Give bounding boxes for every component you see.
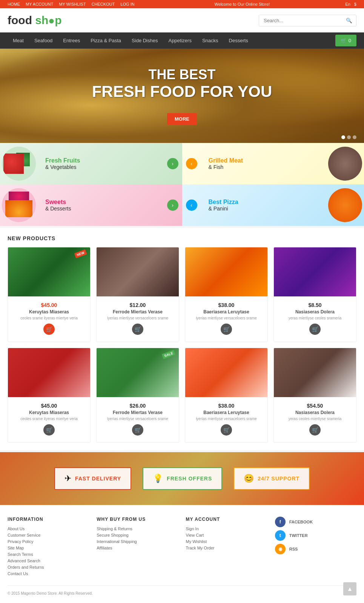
pizza-subtitle: & Panini [209,206,319,212]
nav-pizza-pasta[interactable]: Pizza & Pasta [85,32,126,49]
add-to-cart-button[interactable]: 🛒 [309,424,321,436]
footer-link-affiliates[interactable]: Affiliates [97,546,178,550]
fruits-arrow[interactable]: › [167,158,178,169]
scroll-top-button[interactable]: ▲ [343,582,356,595]
footer-account: MY ACCOUNT Sign In View Cart My Wishlist… [186,517,267,578]
product-price: $45.00 [12,403,86,409]
cart-count: 0 [349,38,351,43]
support-label: 24/7 SUPPORT [258,476,299,482]
top-bar-links: HOME MY ACCOUNT MY WISHLIST CHECKOUT LOG… [8,2,139,6]
footer-link-about[interactable]: About Us [8,526,89,531]
footer-link-search[interactable]: Search Terms [8,552,89,557]
sweets-subtitle: & Desserts [45,206,156,212]
currency-selector[interactable]: $ [354,2,356,6]
features-banner: ✈ FAST DELIVERY 💡 FRESH OFFERS 😊 24/7 SU… [0,452,364,505]
social-twitter[interactable]: t TWITTER [275,530,356,541]
category-banners: Fresh Fruits & Vegetables › ‹ Grilled Me… [0,143,364,226]
footer-info-title: INFORMATION [8,517,89,522]
main-nav: Meat Seafood Entrees Pizza & Pasta Side … [0,32,364,49]
footer-link-track[interactable]: Track My Order [186,546,267,550]
grilled-arrow[interactable]: ‹ [186,158,197,169]
category-pizza[interactable]: ‹ Best Pizza & Panini [182,184,364,226]
add-to-cart-button[interactable]: 🛒 [132,324,143,335]
hero-dot-2[interactable] [347,135,351,139]
footer-link-shipping[interactable]: Shipping & Returns [97,526,178,531]
rss-label: RSS [289,547,298,551]
grilled-subtitle: & Fish [209,164,319,170]
fruits-title: Fresh Fruits [45,157,156,164]
footer-link-mywishlist[interactable]: My Wishlist [186,539,267,544]
nav-snacks[interactable]: Snacks [197,32,224,49]
nav-seafood[interactable]: Seafood [29,32,58,49]
add-to-cart-button[interactable]: 🛒 [309,324,321,335]
product-price: $38.00 [189,302,264,308]
header: food sh●p 🔍 [0,8,364,32]
language-selector[interactable]: En [345,2,350,6]
lang-currency[interactable]: En $ [345,2,356,6]
sweets-arrow[interactable]: › [167,199,178,211]
fruits-image [2,147,36,181]
footer-link-cart[interactable]: View Cart [186,533,267,537]
product-card: $12.00 Ferrode Miertas Verase iyerias mi… [96,247,179,342]
search-input[interactable] [259,15,342,26]
product-price: $38.00 [189,403,264,409]
nav-checkout[interactable]: CHECKOUT [92,2,115,6]
category-grilled[interactable]: ‹ Grilled Meat & Fish [182,143,364,184]
add-to-cart-button[interactable]: 🛒 [43,324,55,335]
sweets-text: Sweets & Desserts [38,193,163,217]
nav-login[interactable]: LOG IN [120,2,134,6]
product-name: Baeriasera Leruytase [189,410,264,415]
logo-text-shop: sh●p [35,14,61,26]
footer-link-privacy[interactable]: Privacy Policy [8,539,89,544]
footer-account-title: MY ACCOUNT [186,517,267,522]
feature-delivery[interactable]: ✈ FAST DELIVERY [54,467,131,490]
footer-link-sitemap[interactable]: Site Map [8,546,89,550]
nav-wishlist[interactable]: MY WISHLIST [59,2,86,6]
sweets-title: Sweets [45,199,156,206]
welcome-message: Welcome to Our Online Store! [215,2,270,6]
category-sweets[interactable]: Sweets & Desserts › [0,184,182,226]
product-image [185,247,267,296]
category-fruits[interactable]: Fresh Fruits & Vegetables › [0,143,182,184]
footer-link-contact[interactable]: Contact Us [8,571,89,576]
nav-desserts[interactable]: Desserts [224,32,253,49]
add-to-cart-button[interactable]: 🛒 [43,424,55,436]
footer-link-customer[interactable]: Customer Service [8,533,89,537]
hero-more-button[interactable]: MORE [167,113,197,125]
footer-link-signin[interactable]: Sign In [186,526,267,531]
product-image [97,247,179,296]
nav-account[interactable]: MY ACCOUNT [26,2,53,6]
social-rss[interactable]: ◉ RSS [275,544,356,554]
nav-home[interactable]: HOME [8,2,20,6]
product-price: $26.00 [100,403,175,409]
footer-link-secure[interactable]: Secure Shopping [97,533,178,537]
footer-link-orders[interactable]: Orders and Returns [8,565,89,569]
footer-grid: INFORMATION About Us Customer Service Pr… [8,517,356,578]
product-card: NEW $45.00 Keruytas Miaseras ceoles sram… [8,247,91,342]
nav-side-dishes[interactable]: Side Dishes [126,32,163,49]
feature-support[interactable]: 😊 24/7 SUPPORT [233,467,310,490]
support-icon: 😊 [244,474,254,483]
add-to-cart-button[interactable]: 🛒 [132,424,143,436]
product-name: Keruytas Miaseras [12,410,86,415]
hero-dot-1[interactable] [341,135,345,139]
footer-social: f FACEBOOK t TWITTER ◉ RSS [275,517,356,578]
delivery-icon: ✈ [65,474,71,483]
hero-banner: THE BEST FRESH FOOD FOR YOU MORE [0,49,364,143]
nav-appetizers[interactable]: Appetizers [163,32,197,49]
footer-link-intl[interactable]: International Shipping [97,539,178,544]
footer-link-advsearch[interactable]: Advanced Search [8,559,89,563]
cart-button[interactable]: 🛒 0 [335,35,356,46]
pizza-title: Best Pizza [209,199,319,206]
add-to-cart-button[interactable]: 🛒 [221,424,232,436]
social-facebook[interactable]: f FACEBOOK [275,517,356,527]
products-grid: NEW $45.00 Keruytas Miaseras ceoles sram… [8,247,356,443]
pizza-arrow[interactable]: ‹ [186,199,197,211]
nav-meat[interactable]: Meat [8,32,29,49]
grilled-image [328,147,362,181]
feature-offers[interactable]: 💡 FRESH OFFERS [143,467,222,490]
hero-dot-3[interactable] [353,135,356,139]
nav-entrees[interactable]: Entrees [58,32,85,49]
search-button[interactable]: 🔍 [342,15,356,26]
add-to-cart-button[interactable]: 🛒 [221,324,232,335]
